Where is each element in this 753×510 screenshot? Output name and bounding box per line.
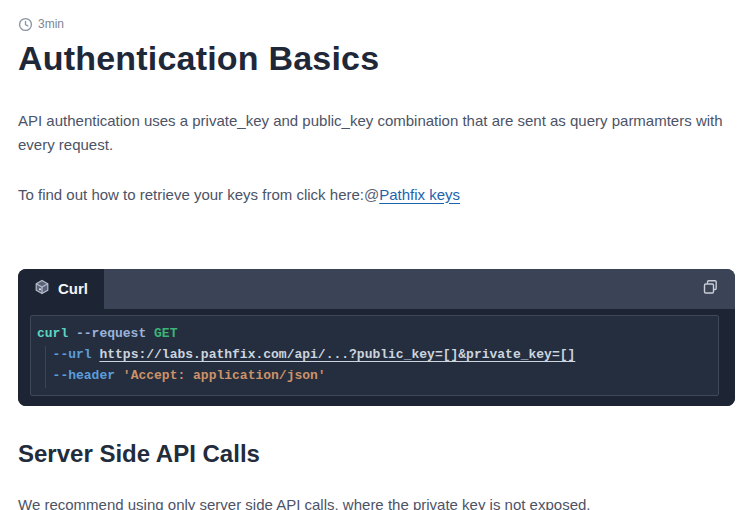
code-block: Curl curl --request GET --url https://la…	[18, 269, 735, 406]
page-title: Authentication Basics	[18, 37, 735, 80]
indent-guide	[45, 346, 46, 388]
keys-paragraph: To find out how to retrieve your keys fr…	[18, 183, 735, 207]
pathfix-keys-link[interactable]: Pathfix keys	[379, 186, 460, 203]
token-url-flag: --url	[53, 347, 100, 362]
section-title: Server Side API Calls	[18, 439, 735, 469]
token-get-method: GET	[154, 326, 177, 341]
code-line-3: --header 'Accept: application/json'	[37, 365, 708, 386]
code-line-1: curl --request GET	[37, 323, 708, 344]
read-time-label: 3min	[38, 17, 64, 31]
section-paragraph: We recommend using only server side API …	[18, 493, 735, 510]
intro-paragraph: API authentication uses a private_key an…	[18, 109, 735, 157]
token-command: curl	[37, 326, 76, 341]
read-time: 3min	[18, 16, 735, 32]
copy-button[interactable]	[695, 274, 725, 304]
doc-page: 3min Authentication Basics API authentic…	[0, 0, 753, 510]
package-cube-icon	[34, 279, 50, 299]
code-body: curl --request GET --url https://labs.pa…	[18, 309, 735, 406]
code-block-header: Curl	[18, 269, 735, 309]
token-url-value: https://labs.pathfix.com/api/...?public_…	[99, 347, 575, 362]
code-line-2: --url https://labs.pathfix.com/api/...?p…	[37, 344, 708, 365]
tab-curl-label: Curl	[58, 280, 88, 297]
at-symbol: @	[364, 186, 379, 203]
keys-text: To find out how to retrieve your keys fr…	[18, 186, 364, 203]
tab-curl[interactable]: Curl	[18, 269, 104, 309]
token-header-flag: --header	[53, 368, 123, 383]
clock-icon	[18, 17, 33, 32]
token-header-value: 'Accept: application/json'	[123, 368, 326, 383]
copy-icon	[701, 278, 720, 300]
code-panel[interactable]: curl --request GET --url https://labs.pa…	[30, 315, 719, 396]
token-request-flag: --request	[76, 326, 154, 341]
